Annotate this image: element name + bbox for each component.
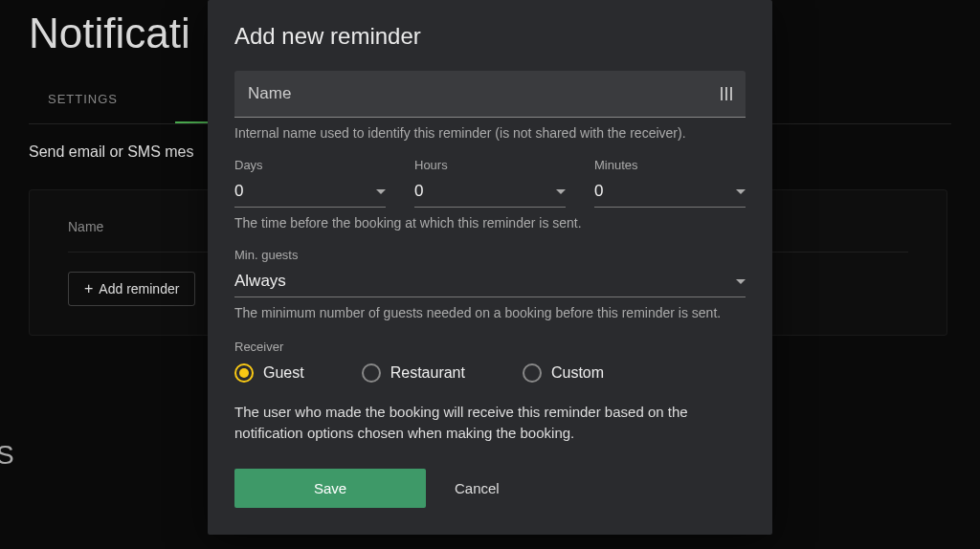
hours-field: Hours 0 (414, 158, 566, 208)
modal-title: Add new reminder (234, 23, 746, 50)
receiver-guest-label: Guest (263, 364, 304, 382)
min-guests-field: Min. guests Always (234, 248, 746, 297)
hours-select[interactable]: 0 (414, 178, 566, 208)
days-label: Days (234, 158, 386, 172)
name-helper-text: Internal name used to identify this remi… (234, 125, 746, 141)
receiver-description: The user who made the booking will recei… (234, 402, 746, 444)
minutes-select[interactable]: 0 (594, 178, 746, 208)
name-placeholder: Name (248, 84, 291, 103)
time-helper-text: The time before the booking at which thi… (234, 215, 746, 231)
time-row: Days 0 Hours 0 Minutes 0 (234, 158, 746, 208)
days-field: Days 0 (234, 158, 386, 208)
input-indicator-icon (721, 87, 732, 100)
receiver-guest-radio[interactable]: Guest (234, 363, 304, 383)
min-guests-helper-text: The minimum number of guests needed on a… (234, 305, 746, 320)
radio-unselected-icon (362, 363, 381, 383)
chevron-down-icon (736, 279, 746, 284)
receiver-restaurant-radio[interactable]: Restaurant (362, 363, 465, 383)
min-guests-value: Always (234, 272, 286, 291)
receiver-section: Receiver Guest Restaurant Custom The use… (234, 340, 746, 444)
hours-value: 0 (414, 182, 423, 201)
min-guests-select[interactable]: Always (234, 268, 746, 297)
modal-overlay: Add new reminder Name Internal name used… (0, 0, 980, 549)
days-select[interactable]: 0 (234, 178, 386, 208)
receiver-label: Receiver (234, 340, 746, 354)
chevron-down-icon (376, 189, 386, 194)
minutes-label: Minutes (594, 158, 746, 172)
receiver-custom-label: Custom (551, 364, 604, 382)
receiver-radio-row: Guest Restaurant Custom (234, 363, 746, 383)
modal-actions: Save Cancel (234, 469, 746, 508)
receiver-restaurant-label: Restaurant (390, 364, 465, 382)
add-reminder-modal: Add new reminder Name Internal name used… (208, 0, 772, 535)
min-guests-label: Min. guests (234, 248, 746, 262)
minutes-value: 0 (594, 182, 603, 201)
name-input[interactable]: Name (234, 71, 746, 118)
days-value: 0 (234, 182, 243, 201)
receiver-custom-radio[interactable]: Custom (523, 363, 604, 383)
minutes-field: Minutes 0 (594, 158, 746, 208)
chevron-down-icon (556, 189, 566, 194)
radio-unselected-icon (523, 363, 542, 383)
chevron-down-icon (736, 189, 746, 194)
save-button[interactable]: Save (234, 469, 426, 508)
hours-label: Hours (414, 158, 566, 172)
cancel-button[interactable]: Cancel (443, 471, 511, 506)
radio-selected-icon (234, 363, 254, 383)
